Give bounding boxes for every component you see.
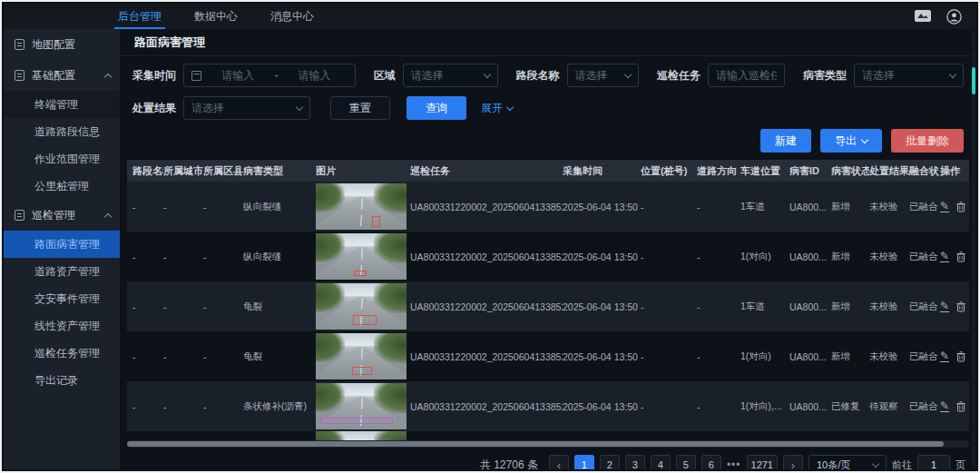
edit-icon[interactable]: ✎ — [940, 251, 949, 262]
col-fusion: 融合状 — [909, 164, 940, 178]
horizontal-scrollbar[interactable] — [127, 440, 969, 448]
top-tab[interactable]: 数据中心 — [178, 4, 254, 29]
sidebar-item[interactable]: 交安事件管理 — [4, 285, 120, 312]
delete-icon[interactable] — [956, 401, 965, 412]
cell-image — [316, 283, 410, 330]
cell-status: 已修复 — [831, 400, 869, 413]
filter-row-2: 处置结果 请选择 重置 查询 展开 — [132, 96, 964, 120]
delete-icon[interactable] — [956, 251, 965, 262]
cell-road-name: - — [132, 401, 163, 412]
disease-type-select[interactable]: 请选择 — [854, 64, 964, 87]
batch-delete-button[interactable]: 批量删除 — [891, 129, 964, 153]
top-tab[interactable]: 后台管理 — [102, 4, 178, 29]
sidebar-item[interactable]: 导出记录 — [4, 367, 120, 394]
cell-county: - — [203, 301, 243, 312]
road-photo-thumbnail[interactable] — [316, 383, 407, 429]
expand-link-label: 展开 — [481, 101, 503, 116]
collect-time-end-input[interactable] — [281, 69, 347, 82]
sidebar-item[interactable]: 巡检管理 — [4, 200, 120, 231]
cell-fusion: 已融合 — [909, 400, 940, 413]
last-page-button[interactable]: 1271 — [747, 455, 778, 469]
top-tab[interactable]: 消息中心 — [254, 4, 330, 29]
sidebar-item[interactable]: 终端管理 — [4, 91, 120, 118]
cell-city: - — [163, 251, 203, 262]
goto-label: 前往 — [892, 458, 912, 470]
cell-image — [316, 183, 410, 230]
sidebar-item[interactable]: 线性资产管理 — [4, 312, 120, 340]
data-table: 路段名称 所属城市 所属区县 病害类型 图片 巡检任务 采集时间 位置(桩号) … — [127, 160, 969, 440]
cell-county: - — [203, 351, 243, 362]
page-number-button[interactable]: 5 — [676, 455, 696, 469]
trees-right — [374, 431, 407, 440]
vertical-scrollbar-thumb[interactable] — [972, 67, 975, 94]
table-row: - - - 纵向裂缝 — [127, 232, 969, 281]
road-photo-thumbnail[interactable] — [316, 283, 407, 330]
search-button[interactable]: 查询 — [407, 96, 466, 120]
page-size-value: 10条/页 — [817, 458, 850, 470]
result-select-placeholder: 请选择 — [191, 101, 224, 116]
page-number-button[interactable]: 2 — [600, 455, 620, 469]
region-select[interactable]: 请选择 — [403, 64, 498, 87]
page-size-select[interactable]: 10条/页 — [808, 455, 887, 469]
cell-disease-id: UA800... — [789, 251, 831, 262]
col-disease-id: 病害ID — [789, 164, 831, 178]
trees-left — [316, 333, 345, 362]
cell-fusion: 已融合 — [909, 301, 940, 313]
export-button[interactable]: 导出 — [820, 129, 882, 153]
edit-icon[interactable]: ✎ — [940, 351, 949, 362]
expand-link[interactable]: 展开 — [481, 101, 513, 116]
sidebar-item[interactable]: 地图配置 — [4, 29, 120, 60]
sidebar-item[interactable]: 道路资产管理 — [4, 258, 120, 285]
vertical-scrollbar[interactable] — [972, 31, 975, 468]
pagination: 共 12706 条 ‹ 123456 ••• 1271 › 10条/页 前往 页 — [120, 448, 976, 469]
user-avatar-icon[interactable] — [946, 9, 962, 25]
road-photo-thumbnail[interactable] — [316, 233, 407, 280]
cell-operations: ✎ — [940, 301, 976, 312]
chevron-down-icon — [506, 103, 514, 110]
cell-direction: - — [697, 202, 740, 212]
sidebar-item[interactable]: 公里桩管理 — [4, 172, 120, 200]
sidebar-item[interactable]: 巡检任务管理 — [4, 340, 120, 367]
prev-page-button[interactable]: ‹ — [549, 455, 569, 469]
road-name-select[interactable]: 请选择 — [567, 64, 639, 87]
page-number-button[interactable]: 6 — [701, 455, 721, 469]
edit-icon[interactable]: ✎ — [940, 301, 949, 312]
sidebar-item-label: 路面病害管理 — [34, 237, 100, 252]
reset-button[interactable]: 重置 — [330, 96, 390, 120]
chevron-left-icon: ‹ — [557, 458, 561, 470]
sidebar-item[interactable]: 基础配置 — [4, 60, 120, 91]
road-photo-thumbnail[interactable] — [316, 333, 407, 379]
cell-stake: - — [641, 202, 697, 212]
page-number-button[interactable]: 3 — [625, 455, 645, 469]
sidebar-item[interactable]: 作业范围管理 — [4, 145, 120, 172]
sidebar-item[interactable]: 道路路段信息 — [4, 118, 120, 145]
road-photo-thumbnail[interactable] — [316, 183, 407, 230]
cell-county: - — [203, 401, 243, 412]
region-label: 区域 — [374, 68, 396, 84]
delete-icon[interactable] — [956, 351, 965, 362]
next-page-button[interactable]: › — [783, 455, 803, 469]
cell-type: 纵向裂缝 — [243, 201, 316, 213]
page-number-button[interactable]: 1 — [574, 455, 594, 469]
sidebar-item-label: 巡检任务管理 — [34, 346, 100, 361]
task-input[interactable] — [716, 69, 777, 82]
road-photo-thumbnail[interactable] — [316, 431, 407, 440]
result-select[interactable]: 请选择 — [183, 96, 310, 120]
cell-disease-id: UA800... — [789, 301, 831, 312]
monitor-icon[interactable] — [914, 9, 932, 24]
collect-time-range-input[interactable]: - — [183, 64, 356, 87]
sidebar-item[interactable]: 路面病害管理 — [4, 231, 120, 258]
cell-time: 2025-06-04 13:50 — [563, 202, 641, 212]
create-button[interactable]: 新建 — [760, 129, 811, 153]
collect-time-start-input[interactable] — [205, 69, 270, 82]
page-number-button[interactable]: 4 — [651, 455, 671, 469]
goto-page-input[interactable] — [917, 455, 950, 469]
horizontal-scrollbar-thumb[interactable] — [127, 441, 944, 447]
cell-direction: - — [697, 351, 740, 362]
edit-icon[interactable]: ✎ — [940, 401, 949, 412]
delete-icon[interactable] — [956, 202, 965, 212]
delete-icon[interactable] — [956, 301, 965, 312]
more-pages-icon[interactable]: ••• — [727, 458, 741, 469]
edit-icon[interactable]: ✎ — [940, 202, 949, 212]
cell-city: - — [163, 301, 203, 312]
